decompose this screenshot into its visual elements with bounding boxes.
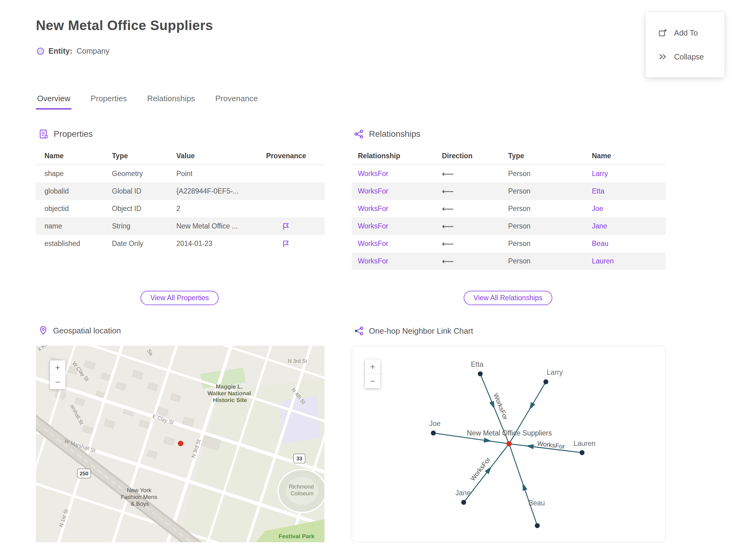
prop-name: established <box>44 240 112 248</box>
col-header-type: Type <box>508 152 592 160</box>
table-row: WorksFor ⟵ Person Joe <box>352 200 666 217</box>
relationship-link[interactable]: WorksFor <box>358 187 442 195</box>
entity-link[interactable]: Etta <box>592 187 666 195</box>
table-row: WorksFor ⟵ Person Etta <box>352 182 666 200</box>
map-zoom-out-button[interactable]: − <box>50 375 65 389</box>
graph-edges <box>433 374 582 526</box>
prop-value: 2014-01-23 <box>176 240 247 248</box>
rel-type: Person <box>508 205 592 213</box>
entity-link[interactable]: Joe <box>592 205 666 213</box>
add-to-button[interactable]: Add To <box>658 28 724 37</box>
map-canvas[interactable]: 250 33 k Rd Sa W Clay St N 3rd St N 4th … <box>36 346 324 542</box>
relationships-table: Relationship Direction Type Name WorksFo… <box>352 147 666 270</box>
chevrons-right-icon <box>658 52 667 61</box>
col-header-value: Value <box>176 152 247 160</box>
action-card: Add To Collapse <box>646 12 724 77</box>
table-row: WorksFor ⟵ Person Beau <box>352 235 666 252</box>
tab-relationships[interactable]: Relationships <box>146 92 196 109</box>
entity-link[interactable]: Jane <box>592 222 666 230</box>
relationships-section-title: Relationships <box>369 129 420 139</box>
link-chart-icon <box>354 326 364 336</box>
relationship-link[interactable]: WorksFor <box>358 222 442 230</box>
view-all-relationships-button[interactable]: View All Relationships <box>464 291 552 305</box>
relationship-link[interactable]: WorksFor <box>358 257 442 265</box>
prop-value: {A228944F-0EF5-... <box>176 187 247 195</box>
properties-section-header: Properties <box>38 129 93 139</box>
tab-provenance[interactable]: Provenance <box>214 92 259 109</box>
direction-arrow: ⟵ <box>442 186 508 196</box>
svg-text:Etta: Etta <box>471 360 484 368</box>
direction-arrow: ⟵ <box>442 239 508 249</box>
properties-table: Name Type Value Provenance shape Geometr… <box>36 147 325 252</box>
geospatial-section-header: Geospatial location <box>38 326 121 336</box>
entity-link[interactable]: Lauren <box>592 257 666 265</box>
rel-type: Person <box>508 257 592 265</box>
route-shield-250: 250 <box>77 469 91 478</box>
add-to-label: Add To <box>674 29 698 37</box>
chart-zoom-out-button[interactable]: − <box>365 374 380 388</box>
link-chart-canvas[interactable]: WorksFor WorksFor WorksFor Etta Larry Jo… <box>352 346 666 542</box>
table-row: WorksFor ⟵ Person Jane <box>352 217 666 235</box>
entity-link[interactable]: Beau <box>592 240 666 248</box>
relationship-link[interactable]: WorksFor <box>358 170 442 178</box>
table-row: globalid Global ID {A228944F-0EF5-... <box>36 182 325 200</box>
relationship-link[interactable]: WorksFor <box>358 205 442 213</box>
route-shield-33: 33 <box>293 454 305 463</box>
svg-text:Lauren: Lauren <box>573 439 596 447</box>
graph-node-lauren[interactable] <box>580 450 585 455</box>
svg-text:Larry: Larry <box>547 368 563 376</box>
graph-node-jane[interactable] <box>461 500 466 505</box>
graph-node-joe[interactable] <box>431 431 436 435</box>
graph-edge-labels: WorksFor WorksFor WorksFor <box>469 392 565 482</box>
provenance-flag-icon[interactable] <box>282 240 290 248</box>
prop-value: New Metal Office ... <box>176 222 247 230</box>
entity-type-row: Entity: Company <box>37 47 109 56</box>
map-entity-marker[interactable] <box>178 441 183 446</box>
col-header-provenance: Provenance <box>247 152 325 160</box>
tab-overview[interactable]: Overview <box>36 92 71 109</box>
link-chart-section-header: One-hop Neighbor Link Chart <box>354 326 473 336</box>
rel-type: Person <box>508 170 592 178</box>
map-pin-icon <box>38 326 48 336</box>
graph-node-etta[interactable] <box>478 371 483 376</box>
map-zoom-control: + − <box>50 360 65 389</box>
tab-properties[interactable]: Properties <box>89 92 128 109</box>
table-row: name String New Metal Office ... <box>36 217 325 235</box>
prop-value: Point <box>176 170 247 178</box>
prop-value: 2 <box>176 205 247 213</box>
prop-type: Geometry <box>112 170 176 178</box>
prop-type: Object ID <box>112 205 176 213</box>
prop-type: String <box>112 222 176 230</box>
relationships-icon <box>354 129 364 139</box>
table-row: objectid Object ID 2 <box>36 200 325 217</box>
rel-type: Person <box>508 222 592 230</box>
graph-node-center[interactable] <box>507 441 512 447</box>
svg-text:33: 33 <box>297 456 302 462</box>
svg-text:250: 250 <box>80 471 88 477</box>
prop-type: Date Only <box>112 240 176 248</box>
graph-node-larry[interactable] <box>543 379 548 384</box>
relationships-table-header: Relationship Direction Type Name <box>352 147 666 165</box>
collapse-button[interactable]: Collapse <box>658 52 724 61</box>
prop-name: name <box>44 222 112 230</box>
svg-text:Beau: Beau <box>528 499 545 507</box>
geospatial-section-title: Geospatial location <box>53 326 121 336</box>
entity-value: Company <box>77 47 109 56</box>
svg-text:WorksFor: WorksFor <box>492 392 509 421</box>
table-row: WorksFor ⟵ Person Lauren <box>352 252 666 270</box>
provenance-flag-icon[interactable] <box>282 222 290 231</box>
chart-zoom-in-button[interactable]: + <box>365 359 380 374</box>
direction-arrow: ⟵ <box>442 169 508 179</box>
relationship-link[interactable]: WorksFor <box>358 240 442 248</box>
entity-detail-page: New Metal Office Suppliers Entity: Compa… <box>0 0 736 560</box>
relationships-section-header: Relationships <box>354 129 420 139</box>
graph-node-labels: Etta Larry Joe Lauren Jane Beau New Meta… <box>429 360 595 507</box>
graph-center-label: New Metal Office Suppliers <box>467 429 552 437</box>
map-zoom-in-button[interactable]: + <box>50 360 65 375</box>
prop-name: objectid <box>44 205 112 213</box>
chart-zoom-control: + − <box>365 359 380 388</box>
view-all-properties-button[interactable]: View All Properties <box>140 291 219 305</box>
graph-node-beau[interactable] <box>535 523 540 528</box>
col-header-type: Type <box>112 152 176 160</box>
entity-link[interactable]: Larry <box>592 170 666 178</box>
